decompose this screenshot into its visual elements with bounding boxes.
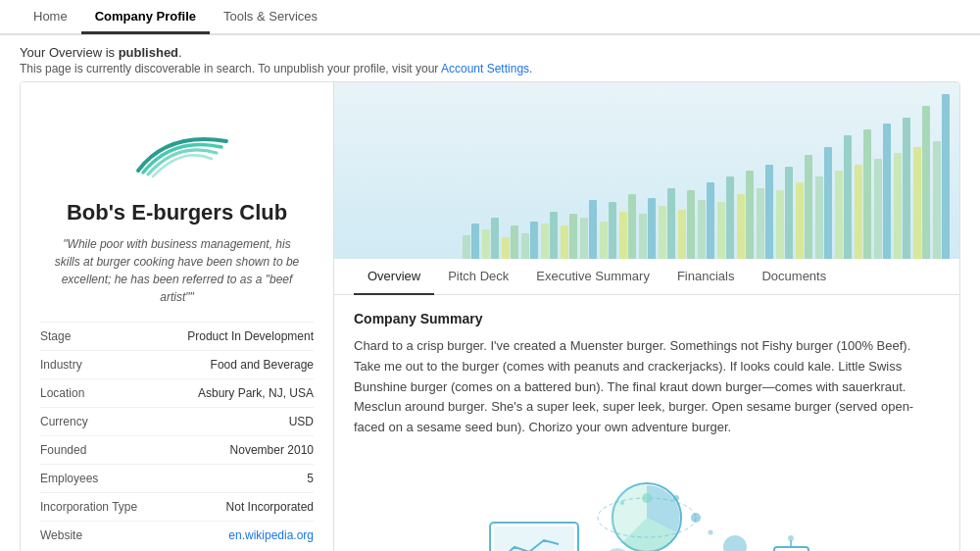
section-body: Chard to a crisp burger. I've created a … [354, 336, 940, 438]
info-value: USD [289, 415, 314, 428]
chart-bar [561, 225, 568, 259]
chart-bar [667, 188, 675, 259]
info-row: FoundedNovember 2010 [40, 435, 314, 464]
chart-bar [765, 165, 773, 259]
info-label: Currency [40, 415, 88, 428]
nav-tools-services[interactable]: Tools & Services [210, 1, 331, 34]
svg-point-6 [691, 513, 701, 523]
bar-group [659, 188, 675, 259]
chart-bar [502, 237, 510, 259]
info-row: Incorporation TypeNot Incorporated [40, 492, 314, 521]
info-value: Product In Development [187, 329, 314, 343]
subtitle-text: This page is currently discoverable in s… [20, 62, 441, 75]
bar-group [678, 190, 695, 259]
tab-documents[interactable]: Documents [748, 259, 840, 295]
chart-bar [863, 129, 871, 259]
info-row: LocationAsbury Park, NJ, USA [40, 378, 314, 407]
bar-group [639, 198, 656, 259]
bar-group [796, 155, 812, 259]
tab-overview[interactable]: Overview [354, 259, 434, 295]
chart-bar [482, 229, 490, 259]
info-value: Asbury Park, NJ, USA [198, 386, 314, 400]
info-value: 5 [307, 472, 314, 485]
chart-bar [737, 194, 745, 259]
bar-group [600, 202, 616, 259]
bar-group [580, 200, 597, 259]
info-row: CurrencyUSD [40, 407, 314, 435]
chart-bar [874, 159, 882, 259]
info-label: Incorporation Type [40, 500, 137, 514]
tab-pitch-deck[interactable]: Pitch Deck [434, 259, 522, 295]
chart-bar [580, 218, 588, 259]
chart-bar [471, 224, 479, 259]
chart-bar [521, 233, 529, 259]
chart-bar [628, 194, 636, 259]
chart-bar [550, 212, 558, 259]
company-illustration [480, 454, 813, 551]
info-row: Employees5 [40, 464, 314, 492]
status-banner: Your Overview is published. This page is… [0, 35, 980, 81]
chart-bar [933, 141, 941, 259]
info-row: StageProduct In Development [40, 322, 314, 350]
tab-executive-summary[interactable]: Executive Summary [522, 259, 663, 295]
chart-bar [609, 202, 616, 259]
chart-bar [648, 198, 656, 259]
bar-group [541, 212, 558, 259]
info-label: Website [40, 528, 82, 542]
chart-bar [698, 200, 706, 259]
svg-point-7 [642, 493, 652, 503]
company-tagline: "While poor with business management, hi… [50, 235, 304, 306]
svg-point-23 [673, 495, 679, 501]
chart-area [334, 82, 959, 259]
section-title: Company Summary [354, 311, 940, 326]
chart-bar [942, 94, 950, 259]
chart-bar [815, 176, 823, 259]
chart-bar [541, 224, 549, 259]
svg-point-24 [620, 501, 624, 505]
status-subtitle: This page is currently discoverable in s… [20, 62, 960, 75]
chart-bar [726, 176, 734, 259]
company-logo-area [40, 102, 314, 190]
main-content: Bob's E-burgers Club "While poor with bu… [20, 81, 960, 551]
chart-bar [511, 225, 518, 259]
info-value: Food and Beverage [211, 358, 314, 372]
info-label: Stage [40, 329, 71, 343]
status-prefix: Your Overview is [20, 45, 119, 60]
chart-bar [785, 167, 793, 259]
website-link[interactable]: en.wikipedia.org [228, 528, 314, 542]
nav-company-profile[interactable]: Company Profile [81, 1, 210, 34]
chart-bar [491, 218, 499, 259]
bar-group [619, 194, 636, 259]
nav-home[interactable]: Home [20, 1, 81, 34]
info-label: Employees [40, 472, 98, 485]
bar-group [757, 165, 773, 259]
bar-group [737, 171, 754, 259]
chart-bar [796, 182, 804, 259]
bar-group [815, 147, 832, 259]
chart-bar [776, 190, 784, 259]
chart-bar [600, 222, 608, 259]
bar-group [835, 135, 852, 259]
chart-bar [824, 147, 832, 259]
bar-group [561, 214, 577, 259]
bar-group [776, 167, 793, 259]
info-row: IndustryFood and Beverage [40, 350, 314, 378]
account-settings-link[interactable]: Account Settings [441, 62, 529, 75]
bar-group [482, 218, 499, 259]
chart-bar [717, 202, 725, 259]
chart-bar [883, 124, 891, 259]
company-card: Bob's E-burgers Club "While poor with bu… [21, 82, 334, 551]
status-highlight: published [119, 45, 178, 60]
info-label: Location [40, 386, 84, 400]
info-value[interactable]: en.wikipedia.org [228, 528, 314, 542]
chart-bar [903, 118, 910, 259]
status-suffix: . [178, 45, 182, 60]
illustration-area [354, 454, 940, 551]
chart-bar [922, 106, 930, 259]
chart-bar [894, 153, 902, 259]
bar-group [502, 225, 518, 259]
tab-financials[interactable]: Financials [663, 259, 749, 295]
bar-group [913, 106, 930, 259]
bar-group [894, 118, 910, 259]
chart-bar [619, 212, 627, 259]
